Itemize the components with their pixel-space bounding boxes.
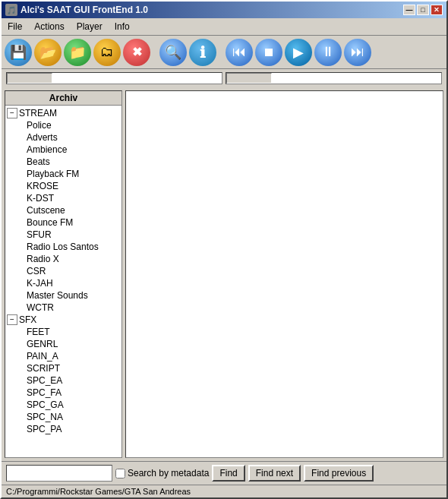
search-button[interactable]: 🔍: [159, 39, 187, 66]
tree-leaf-playback[interactable]: Playback FM: [5, 168, 121, 180]
tree-leaf-feet[interactable]: FEET: [5, 326, 121, 338]
main-progress-track[interactable]: [226, 72, 442, 84]
search-input[interactable]: [6, 465, 112, 482]
main-area: Archiv − STREAM Police Adverts Ambience …: [2, 87, 446, 461]
stop-icon: ⏹: [263, 46, 275, 59]
time-track[interactable]: [6, 72, 222, 84]
find-next-button[interactable]: Find next: [248, 465, 301, 482]
pause-icon: ⏸: [321, 44, 335, 60]
menu-player[interactable]: Player: [71, 20, 109, 33]
folder-icon: 🗂: [100, 44, 114, 60]
tree-leaf-police[interactable]: Police: [5, 119, 121, 131]
tree-leaf-spcfa[interactable]: SPC_FA: [5, 387, 121, 399]
toolbar: 💾 📂 📁 🗂 ✖ 🔍 ℹ ⏮ ⏹ ▶ ⏸: [2, 36, 446, 69]
tree-leaf-cutscene[interactable]: Cutscene: [5, 204, 121, 216]
maximize-button[interactable]: □: [417, 5, 429, 15]
tree-leaf-script[interactable]: SCRIPT: [5, 362, 121, 374]
sfx-expander[interactable]: −: [7, 314, 17, 325]
tree-leaf-spcpa[interactable]: SPC_PA: [5, 423, 121, 435]
metadata-checkbox[interactable]: [115, 469, 125, 478]
tree-leaf-beats[interactable]: Beats: [5, 156, 121, 168]
open2-icon: 📁: [69, 44, 86, 61]
pause-button[interactable]: ⏸: [314, 39, 342, 66]
window-controls: — □ ✕: [403, 5, 443, 15]
tree-leaf-paina[interactable]: PAIN_A: [5, 350, 121, 362]
tree-leaf-mastersounds[interactable]: Master Sounds: [5, 289, 121, 302]
prev-icon: ⏮: [232, 44, 246, 60]
progress-area: [2, 69, 446, 87]
tree-leaf-csr[interactable]: CSR: [5, 265, 121, 277]
next-icon: ⏭: [351, 44, 364, 60]
status-path: C:/Programmi/Rockstar Games/GTA San Andr…: [6, 487, 191, 496]
tree-leaf-ambience[interactable]: Ambience: [5, 144, 121, 156]
open-icon: 📂: [39, 44, 56, 61]
tree-node-sfx[interactable]: − SFX: [5, 314, 121, 326]
next-button[interactable]: ⏭: [344, 39, 371, 66]
bottom-bar: Search by metadata Find Find next Find p…: [2, 461, 446, 485]
content-panel: [125, 90, 443, 458]
metadata-label: Search by metadata: [128, 468, 209, 478]
prev-button[interactable]: ⏮: [226, 39, 253, 66]
stream-expander[interactable]: −: [7, 108, 17, 118]
tree-leaf-genrl[interactable]: GENRL: [5, 338, 121, 350]
status-bar: C:/Programmi/Rockstar Games/GTA San Andr…: [2, 485, 446, 497]
app-icon: 🎵: [5, 4, 17, 16]
info-button[interactable]: ℹ: [189, 39, 216, 66]
tree-panel: Archiv − STREAM Police Adverts Ambience …: [5, 90, 122, 458]
tree-leaf-adverts[interactable]: Adverts: [5, 131, 121, 144]
metadata-checkbox-wrap: Search by metadata: [115, 468, 209, 478]
delete-button[interactable]: ✖: [123, 39, 150, 66]
play-button[interactable]: ▶: [285, 39, 312, 66]
open-button[interactable]: 📂: [34, 39, 62, 66]
tree-leaf-wctr[interactable]: WCTR: [5, 302, 121, 314]
info-icon: ℹ: [200, 43, 206, 62]
main-progress-thumb: [226, 73, 272, 84]
stop-button[interactable]: ⏹: [255, 39, 282, 66]
menu-file[interactable]: File: [2, 20, 28, 33]
search-icon: 🔍: [165, 44, 181, 61]
tree-leaf-spcna[interactable]: SPC_NA: [5, 411, 121, 423]
tree-content: − STREAM Police Adverts Ambience Beats P…: [5, 106, 121, 437]
stream-label: STREAM: [19, 108, 57, 118]
save-button[interactable]: 💾: [5, 39, 32, 66]
tree-leaf-kdst[interactable]: K-DST: [5, 192, 121, 204]
tree-leaf-spcga[interactable]: SPC_GA: [5, 399, 121, 411]
find-button[interactable]: Find: [212, 465, 245, 482]
time-thumb: [7, 73, 52, 84]
play-icon: ▶: [293, 44, 304, 61]
folder-button[interactable]: 🗂: [93, 39, 121, 66]
tree-leaf-bounce[interactable]: Bounce FM: [5, 216, 121, 229]
tree-leaf-krose[interactable]: KROSE: [5, 180, 121, 192]
minimize-button[interactable]: —: [403, 5, 415, 15]
window-title: Alci's SAAT GUI FrontEnd 1.0: [21, 5, 148, 15]
sfx-label: SFX: [19, 314, 36, 325]
tree-node-stream[interactable]: − STREAM: [5, 107, 121, 119]
menu-actions[interactable]: Actions: [28, 20, 70, 33]
tree-header: Archiv: [5, 91, 121, 106]
tree-leaf-spcea[interactable]: SPC_EA: [5, 374, 121, 387]
save-icon: 💾: [10, 44, 27, 61]
tree-leaf-sfur[interactable]: SFUR: [5, 229, 121, 241]
menu-bar: File Actions Player Info: [2, 18, 446, 36]
title-bar: 🎵 Alci's SAAT GUI FrontEnd 1.0 — □ ✕: [2, 2, 446, 18]
delete-icon: ✖: [132, 45, 142, 59]
tree-leaf-kjah[interactable]: K-JAH: [5, 277, 121, 289]
close-button[interactable]: ✕: [431, 5, 443, 15]
open2-button[interactable]: 📁: [64, 39, 91, 66]
tree-leaf-radiox[interactable]: Radio X: [5, 253, 121, 265]
main-window: 🎵 Alci's SAAT GUI FrontEnd 1.0 — □ ✕ Fil…: [0, 0, 448, 499]
tree-leaf-rls[interactable]: Radio Los Santos: [5, 241, 121, 253]
find-prev-button[interactable]: Find previous: [304, 465, 374, 482]
menu-info[interactable]: Info: [109, 20, 136, 33]
